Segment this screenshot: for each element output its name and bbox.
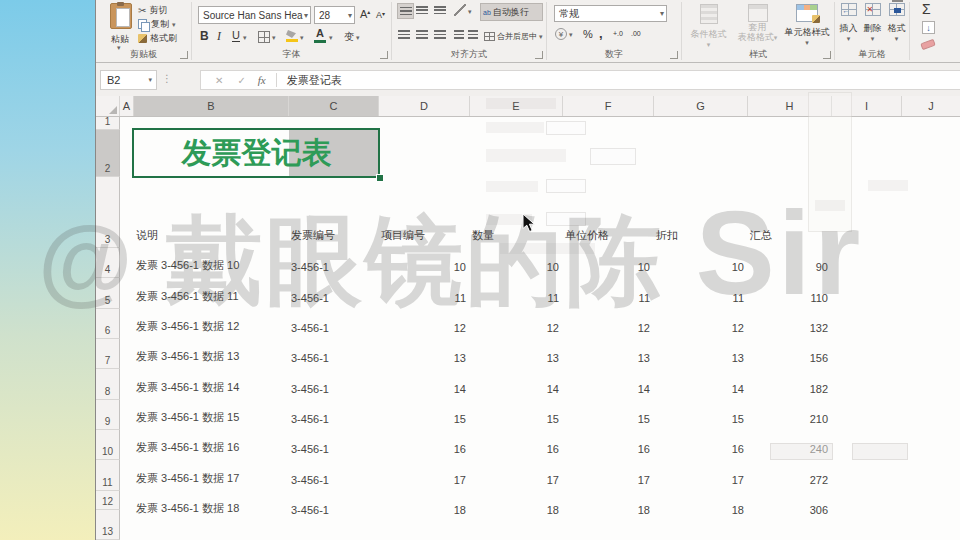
column-header-C[interactable]: C [289, 96, 379, 116]
font-color-dropdown-arrow[interactable]: ▾ [329, 34, 333, 41]
accounting-format-icon[interactable]: ¥ [555, 28, 567, 40]
paste-button[interactable]: 粘贴 ▾ [104, 2, 136, 50]
table-header-cell[interactable]: 数量 [470, 177, 563, 248]
table-cell[interactable]: 17 [379, 460, 470, 490]
table-cell[interactable]: 110 [748, 278, 832, 308]
column-header-J[interactable]: J [902, 96, 960, 116]
enter-icon[interactable]: ✓ [237, 75, 245, 86]
table-cell[interactable]: 10 [654, 248, 748, 278]
table-cell[interactable]: 17 [654, 460, 748, 490]
table-cell[interactable]: 3-456-1 [289, 278, 379, 308]
table-cell[interactable]: 272 [748, 460, 832, 490]
table-cell[interactable]: 182 [748, 369, 832, 399]
table-cell[interactable]: 发票 3-456-1 数据 16 [134, 430, 289, 460]
table-cell[interactable]: 3-456-1 [289, 400, 379, 430]
table-cell[interactable]: 90 [748, 248, 832, 278]
table-cell[interactable]: 18 [379, 491, 470, 521]
column-header-B[interactable]: B [134, 96, 289, 116]
table-cell[interactable]: 16 [563, 430, 654, 460]
table-header-cell[interactable]: 折扣 [654, 177, 748, 248]
column-header-F[interactable]: F [563, 96, 654, 116]
name-box[interactable]: B2 ▾ [100, 70, 157, 90]
table-cell[interactable]: 17 [470, 460, 563, 490]
merge-center-button[interactable]: 合并后居中 ▾ [484, 27, 544, 45]
accounting-dropdown-arrow[interactable]: ▾ [569, 31, 573, 38]
clear-eraser-icon[interactable] [920, 39, 936, 50]
table-header-cell[interactable]: 汇总 [748, 177, 832, 248]
bottom-align-button[interactable] [434, 6, 446, 15]
column-header-I[interactable]: I [832, 96, 902, 116]
table-cell[interactable]: 12 [563, 309, 654, 339]
table-header-cell[interactable]: 发票编号 [289, 177, 379, 248]
selection-border[interactable] [132, 128, 380, 178]
table-cell[interactable]: 12 [379, 309, 470, 339]
table-cell[interactable]: 3-456-1 [289, 430, 379, 460]
table-cell[interactable]: 10 [379, 248, 470, 278]
fill-color-button[interactable] [286, 30, 298, 42]
number-dialog-launcher[interactable] [670, 51, 678, 59]
font-dialog-launcher[interactable] [380, 51, 388, 59]
table-cell[interactable]: 12 [654, 309, 748, 339]
table-cell[interactable]: 11 [470, 278, 563, 308]
table-cell[interactable]: 3-456-1 [289, 248, 379, 278]
table-cell[interactable]: 16 [379, 430, 470, 460]
italic-button[interactable]: I [217, 29, 221, 44]
percent-style-button[interactable]: % [583, 28, 593, 40]
decrease-decimal-button[interactable]: .00 [631, 30, 641, 37]
table-cell[interactable]: 17 [563, 460, 654, 490]
table-cell[interactable]: 15 [654, 400, 748, 430]
table-cell[interactable]: 14 [470, 369, 563, 399]
format-cells-button[interactable]: 格式 ▾ [885, 3, 908, 42]
underline-button[interactable]: U [232, 29, 240, 42]
insert-cells-button[interactable]: ← 插入 ▾ [837, 3, 860, 42]
number-format-combo[interactable]: 常规 ▾ [554, 5, 667, 22]
row-header-6[interactable]: 6 [96, 309, 120, 339]
table-cell[interactable]: 15 [563, 400, 654, 430]
underline-dropdown-arrow[interactable]: ▾ [243, 34, 247, 41]
table-cell[interactable]: 11 [563, 278, 654, 308]
comma-style-button[interactable]: , [599, 26, 603, 41]
increase-indent-button[interactable] [468, 30, 478, 39]
fill-color-dropdown-arrow[interactable]: ▾ [300, 34, 304, 41]
table-cell[interactable]: 3-456-1 [289, 339, 379, 369]
selection-fill-handle[interactable] [376, 174, 384, 182]
column-header-H[interactable]: H [748, 96, 832, 116]
delete-cells-button[interactable]: ✕ 删除 ▾ [861, 3, 884, 42]
table-cell[interactable]: 发票 3-456-1 数据 14 [134, 369, 289, 399]
table-cell[interactable]: 13 [379, 339, 470, 369]
font-color-button[interactable]: A [314, 28, 326, 43]
select-all-corner[interactable] [96, 96, 120, 116]
decrease-indent-button[interactable] [454, 30, 464, 39]
formula-bar-divider[interactable]: ⋮ [162, 73, 172, 84]
row-header-7[interactable]: 7 [96, 339, 120, 369]
format-as-table-button[interactable]: 套用表格格式▾ [734, 2, 781, 43]
row-header-1[interactable]: 1 [96, 117, 120, 130]
conditional-formatting-button[interactable]: 条件格式 ▾ [685, 2, 732, 48]
increase-decimal-button[interactable]: +.0 [613, 30, 623, 37]
row-header-4[interactable]: 4 [96, 248, 120, 278]
row-header-3[interactable]: 3 [96, 177, 120, 248]
table-cell[interactable]: 13 [654, 339, 748, 369]
row-header-2[interactable]: 2 [96, 130, 120, 177]
table-cell[interactable]: 发票 3-456-1 数据 12 [134, 309, 289, 339]
borders-dropdown-arrow[interactable]: ▾ [272, 34, 276, 41]
fill-down-icon[interactable]: ↓ [922, 21, 935, 34]
table-cell[interactable]: 11 [654, 278, 748, 308]
table-cell[interactable]: 15 [470, 400, 563, 430]
table-cell[interactable]: 3-456-1 [289, 460, 379, 490]
table-cell[interactable]: 16 [470, 430, 563, 460]
table-cell[interactable]: 发票 3-456-1 数据 11 [134, 278, 289, 308]
alignment-dialog-launcher[interactable] [535, 51, 543, 59]
table-cell[interactable]: 3-456-1 [289, 369, 379, 399]
formula-input[interactable]: 发票登记表 [287, 73, 342, 88]
cut-button[interactable]: ✂ 剪切 [138, 4, 167, 16]
orientation-dropdown-arrow[interactable]: ▾ [468, 8, 472, 15]
table-cell[interactable]: 132 [748, 309, 832, 339]
row-header-5[interactable]: 5 [96, 278, 120, 308]
table-cell[interactable]: 156 [748, 339, 832, 369]
table-cell[interactable]: 10 [470, 248, 563, 278]
table-cell[interactable]: 240 [748, 430, 832, 460]
clipboard-dialog-launcher[interactable] [180, 51, 188, 59]
align-right-button[interactable] [434, 30, 446, 39]
borders-button[interactable] [258, 31, 270, 43]
